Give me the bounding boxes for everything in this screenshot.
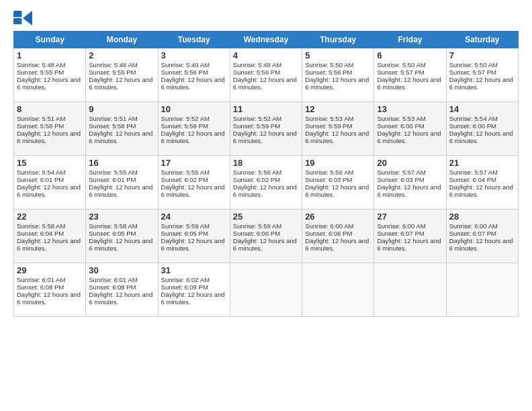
calendar-cell: 21Sunrise: 5:57 AMSunset: 6:04 PMDayligh…: [446, 156, 518, 210]
sunrise: Sunrise: 6:01 AM: [17, 276, 65, 283]
sunrise: Sunrise: 5:59 AM: [161, 222, 210, 230]
sunrise: Sunrise: 6:01 AM: [89, 276, 137, 283]
daylight: Daylight: 12 hours and 6 minutes.: [161, 237, 225, 252]
calendar-cell: 25Sunrise: 5:59 AMSunset: 6:06 PMDayligh…: [230, 210, 302, 263]
daylight: Daylight: 12 hours and 6 minutes.: [305, 130, 369, 144]
day-header-sunday: Sunday: [14, 32, 86, 48]
sunrise: Sunrise: 5:48 AM: [89, 61, 137, 68]
sunrise: Sunrise: 5:50 AM: [305, 61, 353, 68]
sunset: Sunset: 6:03 PM: [377, 176, 424, 183]
calendar-cell: 2Sunrise: 5:48 AMSunset: 5:55 PMDaylight…: [86, 48, 158, 102]
day-number: 16: [89, 158, 154, 168]
sunset: Sunset: 5:59 PM: [305, 122, 352, 130]
sunset: Sunset: 6:06 PM: [305, 230, 352, 237]
calendar-cell: 26Sunrise: 6:00 AMSunset: 6:06 PMDayligh…: [302, 210, 374, 263]
sunset: Sunset: 5:55 PM: [89, 68, 136, 76]
sunset: Sunset: 6:08 PM: [89, 283, 136, 291]
sunset: Sunset: 5:57 PM: [449, 68, 496, 76]
logo-icon: [13, 11, 32, 26]
daylight: Daylight: 12 hours and 6 minutes.: [377, 183, 441, 198]
sunrise: Sunrise: 5:50 AM: [449, 61, 498, 68]
daylight: Daylight: 12 hours and 6 minutes.: [17, 291, 81, 306]
sunrise: Sunrise: 5:48 AM: [17, 61, 65, 68]
day-number: 19: [305, 158, 371, 168]
calendar-cell: 3Sunrise: 5:49 AMSunset: 5:56 PMDaylight…: [158, 48, 230, 102]
day-number: 12: [305, 104, 371, 114]
svg-rect-1: [13, 18, 21, 24]
sunrise: Sunrise: 5:56 AM: [305, 169, 353, 176]
daylight: Daylight: 12 hours and 6 minutes.: [233, 237, 297, 252]
day-number: 14: [449, 104, 515, 114]
sunset: Sunset: 5:59 PM: [233, 122, 280, 130]
sunset: Sunset: 6:03 PM: [305, 176, 352, 183]
sunrise: Sunrise: 5:54 AM: [17, 169, 65, 176]
sunset: Sunset: 6:02 PM: [233, 176, 280, 183]
day-number: 2: [89, 50, 154, 60]
sunset: Sunset: 5:56 PM: [305, 68, 352, 76]
day-number: 10: [161, 104, 227, 114]
day-header-wednesday: Wednesday: [230, 32, 302, 48]
day-number: 18: [233, 158, 299, 168]
sunrise: Sunrise: 5:51 AM: [17, 115, 65, 122]
day-number: 17: [161, 158, 227, 168]
sunrise: Sunrise: 6:00 AM: [377, 222, 425, 230]
daylight: Daylight: 12 hours and 6 minutes.: [17, 76, 81, 91]
day-number: 11: [233, 104, 299, 114]
day-number: 15: [17, 158, 83, 168]
calendar-cell: 9Sunrise: 5:51 AMSunset: 5:58 PMDaylight…: [86, 102, 158, 156]
day-header-saturday: Saturday: [446, 32, 518, 48]
calendar-cell: 11Sunrise: 5:52 AMSunset: 5:59 PMDayligh…: [230, 102, 302, 156]
calendar-cell: 10Sunrise: 5:52 AMSunset: 5:59 PMDayligh…: [158, 102, 230, 156]
calendar-cell: 30Sunrise: 6:01 AMSunset: 6:08 PMDayligh…: [86, 263, 158, 317]
sunrise: Sunrise: 5:49 AM: [233, 61, 281, 68]
sunset: Sunset: 6:06 PM: [233, 230, 280, 237]
daylight: Daylight: 12 hours and 6 minutes.: [89, 183, 152, 198]
sunset: Sunset: 6:00 PM: [377, 122, 424, 130]
calendar-cell: 15Sunrise: 5:54 AMSunset: 6:01 PMDayligh…: [14, 156, 86, 210]
calendar-cell: 23Sunrise: 5:58 AMSunset: 6:05 PMDayligh…: [86, 210, 158, 263]
calendar-cell: 7Sunrise: 5:50 AMSunset: 5:57 PMDaylight…: [446, 48, 518, 102]
daylight: Daylight: 12 hours and 6 minutes.: [89, 130, 152, 144]
day-number: 13: [377, 104, 443, 114]
sunrise: Sunrise: 6:00 AM: [305, 222, 353, 230]
sunrise: Sunrise: 6:02 AM: [161, 276, 210, 283]
day-number: 3: [161, 50, 227, 60]
day-number: 6: [377, 50, 443, 60]
day-number: 30: [89, 265, 154, 275]
sunset: Sunset: 6:07 PM: [449, 230, 496, 237]
svg-marker-2: [23, 11, 32, 26]
day-number: 24: [161, 212, 227, 222]
sunset: Sunset: 6:09 PM: [161, 283, 208, 291]
week-row-4: 22Sunrise: 5:58 AMSunset: 6:04 PMDayligh…: [14, 210, 519, 263]
sunrise: Sunrise: 6:00 AM: [449, 222, 498, 230]
sunrise: Sunrise: 5:57 AM: [449, 169, 498, 176]
daylight: Daylight: 12 hours and 6 minutes.: [305, 237, 369, 252]
sunset: Sunset: 6:04 PM: [17, 230, 64, 237]
sunrise: Sunrise: 5:58 AM: [17, 222, 65, 230]
daylight: Daylight: 12 hours and 6 minutes.: [305, 183, 369, 198]
calendar-cell: 17Sunrise: 5:55 AMSunset: 6:02 PMDayligh…: [158, 156, 230, 210]
daylight: Daylight: 12 hours and 6 minutes.: [161, 76, 225, 91]
calendar-cell: 5Sunrise: 5:50 AMSunset: 5:56 PMDaylight…: [302, 48, 374, 102]
daylight: Daylight: 12 hours and 6 minutes.: [233, 183, 297, 198]
calendar-cell: 19Sunrise: 5:56 AMSunset: 6:03 PMDayligh…: [302, 156, 374, 210]
calendar-cell: 29Sunrise: 6:01 AMSunset: 6:08 PMDayligh…: [14, 263, 86, 317]
day-header-friday: Friday: [374, 32, 446, 48]
day-number: 20: [377, 158, 443, 168]
sunset: Sunset: 5:57 PM: [377, 68, 424, 76]
day-number: 8: [17, 104, 83, 114]
sunset: Sunset: 6:01 PM: [89, 176, 136, 183]
calendar-cell: 20Sunrise: 5:57 AMSunset: 6:03 PMDayligh…: [374, 156, 446, 210]
sunset: Sunset: 5:58 PM: [17, 122, 64, 130]
daylight: Daylight: 12 hours and 6 minutes.: [89, 291, 152, 306]
sunrise: Sunrise: 5:55 AM: [161, 169, 210, 176]
sunset: Sunset: 6:02 PM: [161, 176, 208, 183]
daylight: Daylight: 12 hours and 6 minutes.: [89, 76, 152, 91]
week-row-2: 8Sunrise: 5:51 AMSunset: 5:58 PMDaylight…: [14, 102, 519, 156]
calendar-cell: 13Sunrise: 5:53 AMSunset: 6:00 PMDayligh…: [374, 102, 446, 156]
daylight: Daylight: 12 hours and 6 minutes.: [161, 291, 225, 306]
sunset: Sunset: 6:01 PM: [17, 176, 64, 183]
calendar-cell: [374, 263, 446, 317]
daylight: Daylight: 12 hours and 6 minutes.: [377, 130, 441, 144]
week-row-1: 1Sunrise: 5:48 AMSunset: 5:55 PMDaylight…: [14, 48, 519, 102]
